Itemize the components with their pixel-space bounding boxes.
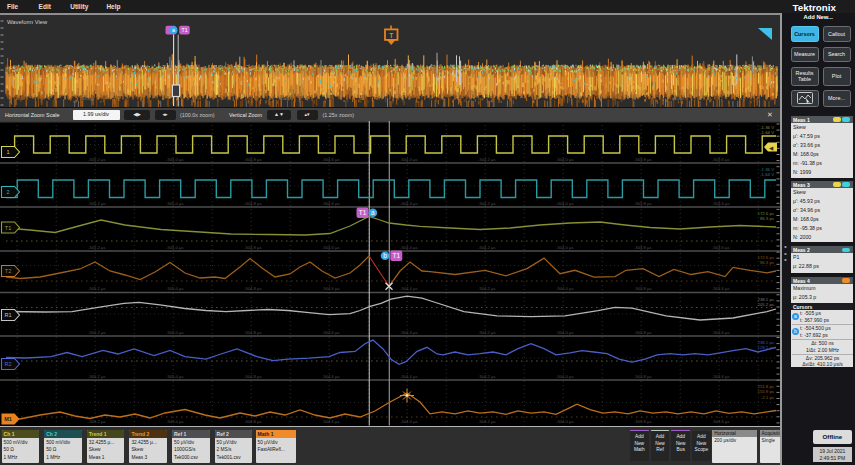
svg-text:251.8 ps: 251.8 ps	[758, 384, 775, 389]
svg-text:-504.2 μs: -504.2 μs	[478, 374, 496, 379]
svg-text:-504.4 μs: -504.4 μs	[400, 286, 418, 291]
svg-text:-505.0 μs: -505.0 μs	[166, 157, 184, 162]
svg-text:-504.0 μs: -504.0 μs	[556, 286, 574, 291]
svg-text:-503.8 μs: -503.8 μs	[634, 245, 652, 250]
svg-text:-400 μs: -400 μs	[80, 96, 94, 101]
svg-text:-503.8 μs: -503.8 μs	[634, 286, 652, 291]
svg-text:-504.8 μs: -504.8 μs	[244, 419, 262, 424]
svg-text:-504.8 μs: -504.8 μs	[244, 330, 262, 335]
svg-text:-504.8 μs: -504.8 μs	[244, 157, 262, 162]
svg-text:-505.2 μs: -505.2 μs	[88, 419, 106, 424]
svg-text:-504.0 μs: -504.0 μs	[556, 201, 574, 206]
svg-text:-505.2 μs: -505.2 μs	[88, 201, 106, 206]
svg-text:-505.2 μs: -505.2 μs	[88, 157, 106, 162]
svg-text:-504.6 μs: -504.6 μs	[322, 157, 340, 162]
svg-text:-504.8 μs: -504.8 μs	[244, 201, 262, 206]
svg-text:-505.2 μs: -505.2 μs	[88, 286, 106, 291]
svg-text:0 s: 0 s	[478, 96, 484, 101]
svg-text:-504.4 μs: -504.4 μs	[400, 374, 418, 379]
svg-text:a: a	[371, 209, 375, 216]
svg-text:b: b	[383, 252, 387, 259]
svg-text:-200 μs: -200 μs	[278, 96, 292, 101]
svg-text:-504.2 μs: -504.2 μs	[478, 245, 496, 250]
svg-text:R1: R1	[4, 312, 11, 318]
svg-text:-503.8 μs: -503.8 μs	[634, 374, 652, 379]
svg-text:155.9 ps: 155.9 ps	[758, 390, 775, 395]
svg-text:-504.2 μs: -504.2 μs	[478, 419, 496, 424]
svg-text:-503.6 μs: -503.6 μs	[712, 157, 730, 162]
svg-text:R2: R2	[4, 361, 11, 367]
svg-text:-504.4 μs: -504.4 μs	[400, 201, 418, 206]
svg-text:-504.2 μs: -504.2 μs	[478, 201, 496, 206]
svg-text:-1.64 V: -1.64 V	[760, 131, 774, 136]
svg-text:-503.6 μs: -503.6 μs	[712, 245, 730, 250]
svg-text:-504.4 μs: -504.4 μs	[400, 245, 418, 250]
svg-text:-504.6 μs: -504.6 μs	[322, 201, 340, 206]
svg-text:-504.0 μs: -504.0 μs	[556, 157, 574, 162]
svg-text:-503.6 μs: -503.6 μs	[712, 419, 730, 424]
svg-text:-504.6 μs: -504.6 μs	[322, 374, 340, 379]
svg-text:-505.0 μs: -505.0 μs	[166, 286, 184, 291]
svg-text:-503.6 μs: -503.6 μs	[712, 286, 730, 291]
svg-text:172.6 ps: 172.6 ps	[758, 255, 775, 260]
svg-text:-503.8 μs: -503.8 μs	[634, 157, 652, 162]
svg-text:-503.8 μs: -503.8 μs	[634, 201, 652, 206]
svg-text:-505.0 μs: -505.0 μs	[166, 201, 184, 206]
svg-text:172.6 ps: 172.6 ps	[758, 211, 775, 216]
svg-text:1: 1	[6, 149, 9, 155]
svg-text:-505.2 μs: -505.2 μs	[88, 330, 106, 335]
svg-text:-505.0 μs: -505.0 μs	[166, 374, 184, 379]
svg-text:200 μs: 200 μs	[672, 96, 685, 101]
svg-text:-504.2 μs: -504.2 μs	[478, 157, 496, 162]
svg-text:-504.4 μs: -504.4 μs	[400, 330, 418, 335]
svg-text:M1: M1	[4, 416, 12, 422]
svg-text:T1: T1	[5, 225, 11, 231]
svg-text:-503.8 μs: -503.8 μs	[634, 419, 652, 424]
svg-text:-505.2 μs: -505.2 μs	[88, 374, 106, 379]
svg-text:86.3 ps: 86.3 ps	[760, 261, 774, 266]
svg-text:T1: T1	[393, 253, 401, 260]
svg-text:-2.1 ps: -2.1 ps	[761, 395, 774, 400]
svg-text:-504.0 μs: -504.0 μs	[556, 245, 574, 250]
svg-text:T2: T2	[5, 268, 11, 274]
svg-text:-503.8 μs: -503.8 μs	[634, 330, 652, 335]
svg-text:-504.6 μs: -504.6 μs	[322, 286, 340, 291]
svg-text:-504.4 μs: -504.4 μs	[400, 419, 418, 424]
svg-text:T1: T1	[181, 27, 187, 33]
svg-text:86.3 ps: 86.3 ps	[760, 217, 774, 222]
svg-text:205.2 ps: 205.2 ps	[758, 302, 775, 307]
svg-text:128.1 ps: 128.1 ps	[758, 346, 775, 351]
svg-text:T: T	[389, 32, 393, 39]
svg-text:-504.4 μs: -504.4 μs	[400, 157, 418, 162]
svg-text:-504.0 μs: -504.0 μs	[556, 374, 574, 379]
svg-text:-1.36 V: -1.36 V	[760, 125, 774, 130]
svg-text:-503.6 μs: -503.6 μs	[712, 374, 730, 379]
svg-text:-504.6 μs: -504.6 μs	[322, 330, 340, 335]
svg-text:-504.0 μs: -504.0 μs	[556, 419, 574, 424]
svg-text:-505.0 μs: -505.0 μs	[166, 330, 184, 335]
svg-text:238.1 ps: 238.1 ps	[758, 340, 775, 345]
svg-text:-504.0 μs: -504.0 μs	[556, 330, 574, 335]
svg-text:-504.8 μs: -504.8 μs	[244, 245, 262, 250]
svg-text:-505.0 μs: -505.0 μs	[166, 245, 184, 250]
svg-text:-504.8 μs: -504.8 μs	[244, 286, 262, 291]
svg-text:T1: T1	[359, 210, 367, 217]
svg-text:-503.6 μs: -503.6 μs	[712, 201, 730, 206]
svg-text:-1.36 V: -1.36 V	[760, 167, 774, 172]
svg-text:-1.64 V: -1.64 V	[760, 173, 774, 178]
svg-text:-504.8 μs: -504.8 μs	[244, 374, 262, 379]
svg-text:-504.2 μs: -504.2 μs	[478, 330, 496, 335]
svg-text:-504.6 μs: -504.6 μs	[322, 245, 340, 250]
svg-text:-505.2 μs: -505.2 μs	[88, 245, 106, 250]
svg-text:-504.2 μs: -504.2 μs	[478, 286, 496, 291]
svg-text:2: 2	[6, 189, 9, 195]
svg-text:-503.6 μs: -503.6 μs	[712, 330, 730, 335]
svg-text:-505.0 μs: -505.0 μs	[166, 419, 184, 424]
svg-text:238.1 ps: 238.1 ps	[758, 297, 775, 302]
svg-text:-504.6 μs: -504.6 μs	[322, 419, 340, 424]
